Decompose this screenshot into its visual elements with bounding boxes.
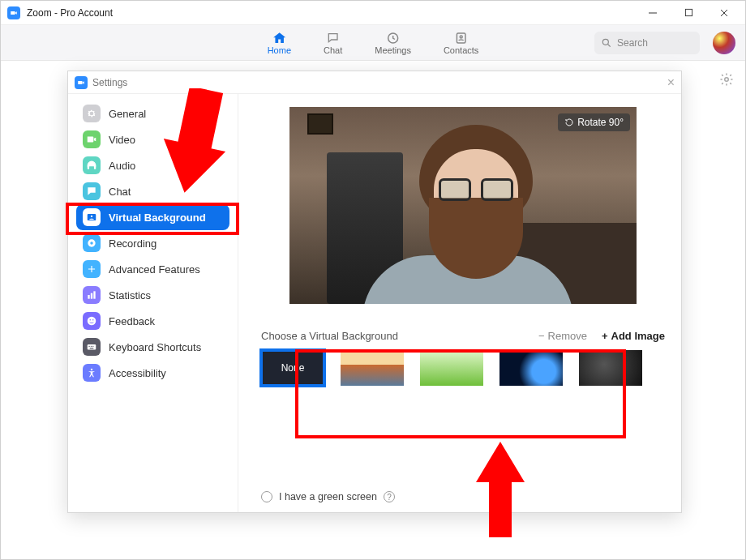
settings-dialog: Settings × General Video Audio Chat V	[67, 71, 682, 513]
svg-point-6	[460, 36, 462, 38]
none-label: None	[281, 362, 305, 374]
background-thumbnails: None	[261, 350, 665, 386]
accessibility-icon	[83, 364, 101, 382]
green-screen-checkbox[interactable]	[261, 491, 272, 502]
nav-tab-chat[interactable]: Chat	[324, 31, 342, 55]
sidebar-item-label: Statistics	[109, 289, 151, 301]
settings-sidebar: General Video Audio Chat Virtual Backgro…	[68, 94, 238, 512]
sidebar-item-recording[interactable]: Recording	[76, 230, 229, 256]
top-nav: Home Chat Meetings Contacts Search	[1, 25, 745, 61]
dialog-close-button[interactable]: ×	[667, 75, 675, 90]
rotate-90-button[interactable]: Rotate 90°	[558, 113, 630, 131]
nav-tab-label: Contacts	[444, 45, 478, 55]
sidebar-item-label: Recording	[109, 237, 156, 250]
svg-point-27	[91, 369, 92, 370]
window-minimize-button[interactable]	[635, 1, 671, 25]
chat-icon	[325, 31, 341, 45]
background-icon	[83, 208, 101, 226]
background-thumb-bridge[interactable]	[341, 350, 404, 386]
sidebar-item-label: Accessibility	[109, 367, 166, 379]
svg-point-19	[88, 317, 96, 326]
green-screen-label: I have a green screen	[279, 491, 377, 502]
headphones-icon	[83, 156, 101, 174]
window-close-button[interactable]	[706, 1, 742, 25]
svg-point-13	[91, 216, 92, 217]
svg-line-8	[608, 45, 611, 47]
svg-rect-11	[94, 166, 96, 169]
record-icon	[83, 234, 101, 252]
sidebar-item-label: Chat	[109, 186, 131, 198]
avatar[interactable]	[713, 32, 735, 54]
smiley-icon	[83, 312, 101, 330]
home-icon	[271, 31, 287, 45]
nav-tab-label: Home	[268, 45, 291, 55]
sidebar-item-accessibility[interactable]: Accessibility	[76, 360, 229, 386]
gear-icon	[83, 105, 101, 122]
svg-point-21	[92, 319, 94, 321]
keyboard-icon	[83, 338, 101, 356]
background-thumb-grass[interactable]	[420, 350, 483, 386]
zoom-app-icon	[75, 76, 88, 89]
choose-background-label: Choose a Virtual Background	[261, 330, 398, 342]
help-icon[interactable]: ?	[384, 491, 395, 502]
search-placeholder: Search	[617, 37, 648, 49]
svg-rect-23	[89, 346, 90, 347]
svg-rect-26	[90, 348, 94, 348]
video-preview: Rotate 90°	[289, 107, 637, 304]
sidebar-item-label: Keyboard Shortcuts	[109, 341, 201, 353]
nav-tab-contacts[interactable]: Contacts	[444, 31, 478, 55]
svg-point-15	[90, 242, 93, 245]
search-input[interactable]: Search	[594, 32, 700, 54]
sidebar-item-label: Advanced Features	[109, 263, 200, 276]
background-thumb-blur[interactable]	[579, 350, 642, 386]
video-icon	[83, 130, 101, 148]
remove-label: Remove	[548, 330, 587, 342]
svg-rect-25	[92, 346, 93, 347]
sidebar-item-label: Feedback	[109, 315, 155, 327]
sidebar-item-feedback[interactable]: Feedback	[76, 308, 229, 334]
sidebar-item-label: Virtual Background	[109, 212, 206, 224]
svg-rect-1	[685, 9, 692, 15]
settings-panel: Rotate 90° Choose a Virtual Background −…	[238, 94, 681, 512]
sidebar-item-virtual-background[interactable]: Virtual Background	[76, 204, 229, 230]
sidebar-item-statistics[interactable]: Statistics	[76, 282, 229, 308]
dialog-title: Settings	[92, 77, 127, 88]
window-maximize-button[interactable]	[671, 1, 706, 25]
sidebar-item-audio[interactable]: Audio	[76, 152, 229, 178]
add-label: Add Image	[611, 330, 665, 342]
svg-rect-24	[91, 346, 92, 347]
plus-icon	[83, 260, 101, 278]
svg-rect-18	[93, 291, 95, 298]
dialog-header: Settings ×	[68, 71, 681, 94]
nav-tab-label: Chat	[324, 45, 342, 55]
sidebar-item-advanced[interactable]: Advanced Features	[76, 256, 229, 282]
svg-point-20	[89, 319, 91, 321]
sidebar-item-label: Audio	[109, 160, 135, 172]
svg-rect-17	[91, 293, 92, 299]
sidebar-item-chat[interactable]: Chat	[76, 178, 229, 204]
nav-tab-meetings[interactable]: Meetings	[375, 31, 411, 55]
contacts-icon	[453, 31, 469, 45]
svg-point-7	[602, 39, 608, 45]
sidebar-item-keyboard[interactable]: Keyboard Shortcuts	[76, 334, 229, 360]
add-image-button[interactable]: + Add Image	[602, 330, 665, 342]
clock-icon	[385, 31, 401, 45]
remove-background-button[interactable]: − Remove	[538, 330, 587, 342]
bar-chart-icon	[83, 286, 101, 304]
nav-tab-home[interactable]: Home	[268, 31, 291, 55]
zoom-app-icon	[7, 6, 20, 19]
chat-bubble-icon	[83, 182, 101, 200]
sidebar-item-video[interactable]: Video	[76, 126, 229, 152]
window-titlebar: Zoom - Pro Account	[1, 1, 745, 25]
sidebar-item-label: Video	[109, 134, 135, 146]
background-thumb-earth[interactable]	[499, 350, 563, 386]
sidebar-item-label: General	[109, 108, 146, 120]
sidebar-item-general[interactable]: General	[76, 100, 229, 126]
svg-rect-22	[88, 344, 96, 349]
svg-rect-16	[88, 295, 89, 299]
window-title: Zoom - Pro Account	[27, 7, 113, 19]
rotate-label: Rotate 90°	[577, 117, 624, 128]
svg-rect-10	[88, 166, 89, 169]
settings-gear-icon[interactable]	[719, 72, 734, 90]
background-thumb-none[interactable]: None	[261, 350, 324, 386]
